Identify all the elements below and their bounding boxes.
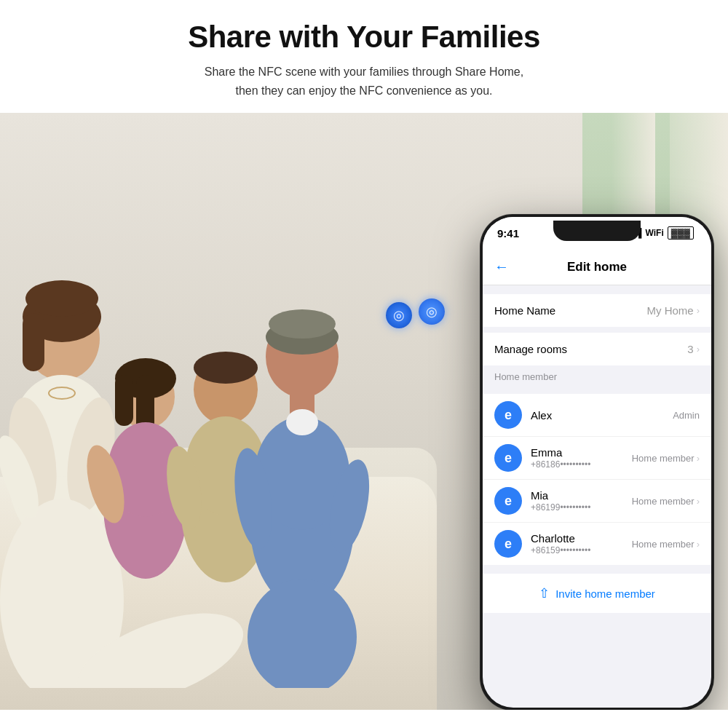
svg-point-34 (286, 409, 318, 435)
family-illustration (0, 222, 459, 688)
member-row-emma[interactable]: e Emma +86186•••••••••• Home member › (483, 437, 711, 480)
content-area: Home Name My Home › Manage rooms (483, 285, 711, 613)
member-phone-mia: +86199•••••••••• (531, 502, 632, 513)
invite-label: Invite home member (555, 587, 655, 600)
manage-rooms-label: Manage rooms (494, 343, 567, 355)
member-info-mia: Mia +86199•••••••••• (531, 489, 632, 513)
member-phone-charlotte: +86159•••••••••• (531, 545, 632, 555)
member-role-emma: Home member › (632, 453, 700, 464)
svg-point-28 (269, 309, 336, 339)
page-title: Share with Your Families (15, 20, 713, 54)
top-section: Share with Your Families Share the NFC s… (0, 0, 728, 113)
home-name-value: My Home › (646, 304, 700, 317)
members-card: e Alex Admin e Emma +86186•••••••••• (483, 394, 711, 565)
member-role-mia: Home member › (632, 496, 700, 507)
page-subtitle: Share the NFC scene with your families t… (15, 63, 713, 100)
member-info-emma: Emma +86186•••••••••• (531, 446, 632, 470)
home-name-card: Home Name My Home › (483, 294, 711, 327)
member-info-charlotte: Charlotte +86159•••••••••• (531, 532, 632, 555)
home-member-header: Home member (483, 365, 711, 385)
battery-icon: ▓▓▓ (668, 226, 694, 240)
home-name-row[interactable]: Home Name My Home › (483, 294, 711, 327)
member-name-charlotte: Charlotte (531, 532, 632, 545)
nav-title: Edit home (567, 260, 627, 274)
member-name-emma: Emma (531, 446, 632, 459)
home-name-label: Home Name (494, 304, 555, 317)
chevron-right-icon: › (697, 305, 700, 316)
member-row-alex[interactable]: e Alex Admin (483, 394, 711, 437)
status-time: 9:41 (497, 227, 519, 240)
back-button[interactable]: ← (494, 258, 509, 275)
member-role-charlotte: Home member › (632, 539, 700, 550)
invite-row[interactable]: ⇧ Invite home member (483, 574, 711, 613)
svg-rect-2 (23, 313, 44, 371)
member-name-alex: Alex (531, 409, 673, 422)
manage-rooms-card: Manage rooms 3 › (483, 333, 711, 365)
member-name-mia: Mia (531, 489, 632, 502)
chevron-right-icon-2: › (697, 344, 700, 355)
member-role-alex: Admin (673, 410, 700, 421)
member-phone-emma: +86186•••••••••• (531, 459, 632, 470)
phone-body: 9:41 ▐▐▐ WiFi ▓▓▓ ← Edit home (480, 215, 713, 710)
phone-screen: 9:41 ▐▐▐ WiFi ▓▓▓ ← Edit home (483, 217, 711, 708)
manage-rooms-row[interactable]: Manage rooms 3 › (483, 333, 711, 365)
member-avatar-charlotte: e (494, 530, 522, 558)
svg-point-21 (194, 352, 258, 384)
svg-point-35 (248, 579, 357, 688)
nav-bar: ← Edit home (483, 249, 711, 285)
member-row-mia[interactable]: e Mia +86199•••••••••• Home member › (483, 480, 711, 523)
phone-mockup: 9:41 ▐▐▐ WiFi ▓▓▓ ← Edit home (480, 215, 713, 710)
member-row-charlotte[interactable]: e Charlotte +86159•••••••••• Home member… (483, 523, 711, 565)
member-avatar-alex: e (494, 401, 522, 429)
member-info-alex: Alex (531, 409, 673, 422)
share-icon: ⇧ (539, 585, 550, 601)
image-section: ◎ ◎ (0, 113, 728, 710)
member-avatar-emma: e (494, 444, 522, 472)
manage-rooms-value: 3 › (687, 343, 700, 355)
svg-point-3 (25, 280, 98, 317)
wifi-icon: WiFi (646, 228, 664, 238)
svg-rect-14 (115, 375, 133, 426)
notch (553, 221, 641, 241)
member-avatar-mia: e (494, 487, 522, 515)
